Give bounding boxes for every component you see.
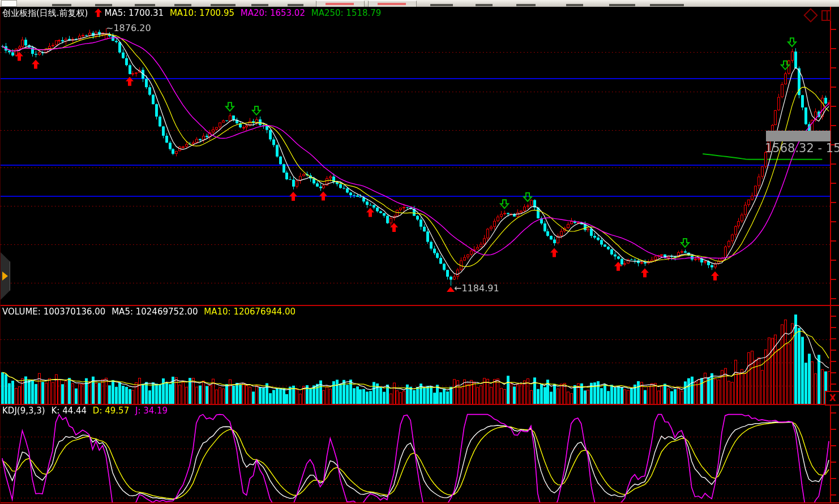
ma20-value: MA20: 1653.02 (241, 8, 305, 18)
toolbar-text-fragment (288, 4, 303, 6)
pane-separator[interactable] (1, 404, 839, 405)
chart-title: 创业板指(日线.前复权) (2, 8, 88, 18)
high-extreme-label: ~1876.20 (106, 23, 151, 33)
main-chart-header: 创业板指(日线.前复权)MA5: 1700.31 MA10: 1700.95 M… (2, 8, 384, 19)
pane-separator[interactable] (1, 305, 839, 306)
main-price-chart-canvas[interactable] (1, 7, 839, 305)
toolbar-app-icon[interactable] (1, 0, 17, 7)
close-indicator-button[interactable]: X (825, 391, 839, 406)
ma5-value: MA5: 1700.31 (104, 8, 164, 18)
toolbar-text-fragment (476, 4, 493, 6)
low-extreme-label: ←1184.91 (454, 283, 499, 294)
pane-controls (806, 9, 831, 21)
kdj-header: KDJ(9,3,3) K: 44.44 D: 49.57 J: 34.19 (2, 406, 171, 416)
volume-ma5-value: MA5: 102469752.00 (112, 307, 198, 317)
expand-right-icon (2, 272, 8, 281)
toolbar-text-fragment (430, 4, 453, 6)
toolbar-text-fragment (516, 4, 536, 6)
kdj-k-value: K: 44.44 (51, 406, 87, 416)
kdj-title: KDJ(9,3,3) (2, 406, 45, 416)
kdj-chart-canvas[interactable] (1, 405, 839, 503)
up-arrow-icon (95, 8, 102, 17)
toolbar-text-fragment (251, 4, 268, 6)
volume-value: VOLUME: 100370136.00 (2, 307, 105, 317)
ma250-value: MA250: 1518.79 (311, 8, 382, 18)
split-window-icon[interactable] (821, 10, 831, 21)
volume-chart-canvas[interactable] (1, 306, 839, 405)
volume-header: VOLUME: 100370136.00 MA5: 102469752.00 M… (2, 307, 299, 317)
toolbar-text-fragment (135, 4, 155, 6)
ma10-value: MA10: 1700.95 (170, 8, 234, 18)
toolbar-text-fragment (566, 4, 583, 6)
app-window: 创业板指(日线.前复权)MA5: 1700.31 MA10: 1700.95 M… (0, 0, 839, 504)
toolbar-text-fragment (52, 4, 71, 6)
bottom-border (1, 502, 839, 503)
toolbar-text-fragment (211, 4, 236, 6)
diamond-icon[interactable] (803, 8, 817, 22)
toolbar-text-fragment (95, 4, 112, 6)
volume-ma10-value: MA10: 120676944.00 (204, 307, 296, 317)
chart-region: 创业板指(日线.前复权)MA5: 1700.31 MA10: 1700.95 M… (0, 7, 839, 504)
toolbar-text-fragment (174, 4, 191, 6)
toolbar-text-fragment (609, 4, 635, 6)
kdj-d-value: D: 49.57 (93, 406, 129, 416)
kdj-j-value: J: 34.19 (135, 406, 168, 416)
gap-zone-highlight (766, 131, 831, 141)
gap-range-label: 1568.32 - 159 (765, 141, 839, 155)
toolbar-text-fragment (650, 4, 684, 6)
